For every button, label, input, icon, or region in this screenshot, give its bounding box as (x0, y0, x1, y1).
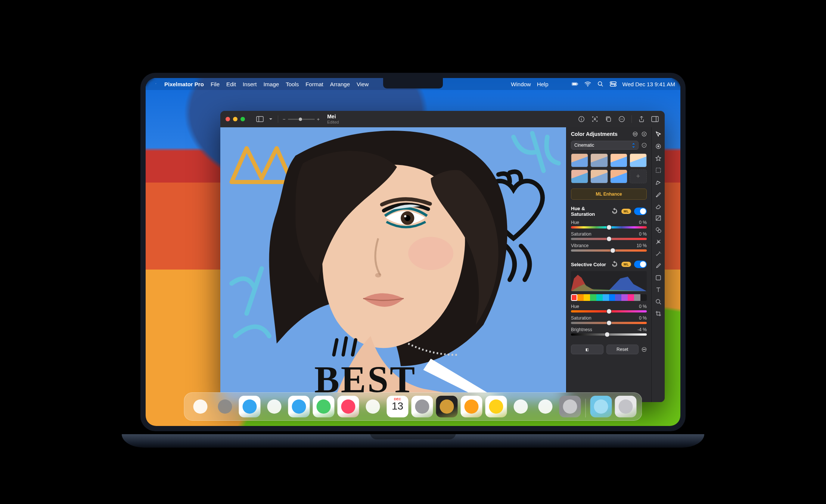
reset-icon[interactable] (612, 208, 618, 215)
dock-appstore-icon[interactable] (535, 396, 556, 417)
tool-clone-icon[interactable] (654, 226, 662, 234)
color-swatch[interactable] (621, 294, 628, 301)
panel-options-icon[interactable] (633, 131, 638, 137)
layers-panel-icon[interactable] (650, 115, 659, 124)
dock-music-icon[interactable] (510, 396, 532, 417)
color-swatch[interactable] (584, 294, 590, 301)
dock-messages-icon[interactable] (264, 396, 285, 417)
tool-crop-icon[interactable] (654, 309, 662, 318)
preset-thumb[interactable] (590, 169, 608, 183)
menubar-clock[interactable]: Wed Dec 13 9:41 AM (622, 81, 675, 87)
app-name[interactable]: Pixelmator Pro (164, 81, 204, 87)
more-icon[interactable] (617, 115, 626, 124)
zoom-in-icon[interactable]: + (317, 116, 320, 122)
dock-reminders-icon[interactable] (461, 396, 482, 417)
dock-launchpad-icon[interactable] (214, 396, 236, 417)
menu-arrange[interactable]: Arrange (330, 81, 350, 87)
footer-more-icon[interactable] (642, 347, 647, 352)
minimize-button[interactable] (233, 117, 237, 121)
dock-pixelmator-icon[interactable] (436, 396, 458, 417)
menu-tools[interactable]: Tools (286, 81, 299, 87)
sc-brightness-slider[interactable] (571, 333, 647, 336)
spotlight-icon[interactable] (597, 81, 604, 87)
color-swatch[interactable] (590, 294, 596, 301)
tool-arrow-icon[interactable] (654, 130, 662, 139)
color-swatch[interactable] (615, 294, 621, 301)
tool-magic-icon[interactable] (654, 250, 662, 258)
tool-color-picker-icon[interactable] (654, 262, 662, 270)
subject-detect-icon[interactable] (590, 115, 599, 124)
color-swatch[interactable] (609, 294, 615, 301)
close-button[interactable] (226, 117, 230, 121)
hue-sat-toggle[interactable] (634, 208, 647, 215)
preset-thumb[interactable] (610, 169, 627, 183)
dock-safari-icon[interactable] (239, 396, 261, 417)
dock-mail-icon[interactable] (288, 396, 310, 417)
wifi-icon[interactable] (584, 81, 591, 87)
vibrance-slider[interactable] (571, 249, 647, 252)
zoom-out-icon[interactable]: − (283, 116, 286, 122)
battery-icon[interactable] (572, 81, 578, 87)
add-preset-button[interactable]: + (630, 169, 647, 183)
dock-photos-icon[interactable] (338, 396, 359, 417)
dock-trash-icon[interactable] (615, 396, 637, 417)
tool-eraser-icon[interactable] (654, 202, 662, 210)
menu-view[interactable]: View (357, 81, 369, 87)
duplicate-icon[interactable] (604, 115, 613, 124)
preset-thumb[interactable] (571, 169, 588, 183)
reset-icon[interactable] (612, 261, 618, 268)
tool-style-icon[interactable] (654, 142, 662, 150)
compare-button[interactable]: ◧ (571, 345, 603, 354)
hue-slider[interactable] (571, 226, 647, 228)
zoom-slider[interactable]: − + (283, 116, 320, 122)
tool-zoom-icon[interactable] (654, 298, 662, 306)
preset-thumb[interactable] (630, 153, 647, 167)
menu-edit[interactable]: Edit (226, 81, 236, 87)
preset-thumb[interactable] (590, 153, 608, 167)
sc-saturation-slider[interactable] (571, 322, 647, 324)
color-swatch[interactable] (596, 294, 603, 301)
apple-logo-icon[interactable] (151, 81, 158, 87)
tool-repair-icon[interactable] (654, 238, 662, 246)
fullscreen-button[interactable] (240, 117, 245, 121)
dock-notes-icon[interactable] (485, 396, 507, 417)
dock-contacts-icon[interactable] (412, 396, 433, 417)
color-swatch[interactable] (577, 294, 584, 301)
tool-gradient-icon[interactable] (654, 214, 662, 222)
color-swatch[interactable] (571, 294, 577, 301)
sidebar-dropdown-icon[interactable] (268, 115, 273, 124)
preset-thumb[interactable] (610, 153, 627, 167)
tool-shape-icon[interactable] (654, 274, 662, 282)
dock-settings-icon[interactable] (559, 396, 581, 417)
menu-format[interactable]: Format (305, 81, 323, 87)
color-swatch[interactable] (634, 294, 640, 301)
tool-brush-icon[interactable] (654, 190, 662, 198)
info-icon[interactable] (577, 115, 586, 124)
menu-window[interactable]: Window (511, 81, 531, 87)
dock-folder-icon[interactable] (590, 396, 612, 417)
saturation-slider[interactable] (571, 238, 647, 240)
ml-enhance-button[interactable]: ML Enhance (571, 189, 647, 200)
control-center-icon[interactable] (610, 81, 617, 87)
preset-clear-icon[interactable] (642, 143, 647, 148)
color-swatch[interactable] (603, 294, 609, 301)
sidebar-toggle-icon[interactable] (255, 115, 264, 124)
menu-insert[interactable]: Insert (243, 81, 257, 87)
dock-facetime-icon[interactable] (362, 396, 384, 417)
selective-color-toggle[interactable] (634, 261, 647, 268)
add-adjustment-icon[interactable] (642, 131, 647, 137)
tool-text-icon[interactable] (654, 286, 662, 294)
editing-canvas[interactable]: BEST (220, 127, 566, 402)
dock-calendar-icon[interactable]: DEC13 (387, 396, 409, 417)
color-swatch[interactable] (628, 294, 634, 301)
sc-hue-slider[interactable] (571, 310, 647, 312)
dock-finder-icon[interactable] (190, 396, 211, 417)
share-icon[interactable] (637, 115, 646, 124)
menu-image[interactable]: Image (263, 81, 279, 87)
color-swatch[interactable] (640, 294, 647, 301)
tool-star-icon[interactable] (654, 154, 662, 162)
preset-thumb[interactable] (571, 153, 588, 167)
menu-file[interactable]: File (211, 81, 220, 87)
dock-maps-icon[interactable] (313, 396, 335, 417)
tool-marquee-icon[interactable] (654, 166, 662, 174)
